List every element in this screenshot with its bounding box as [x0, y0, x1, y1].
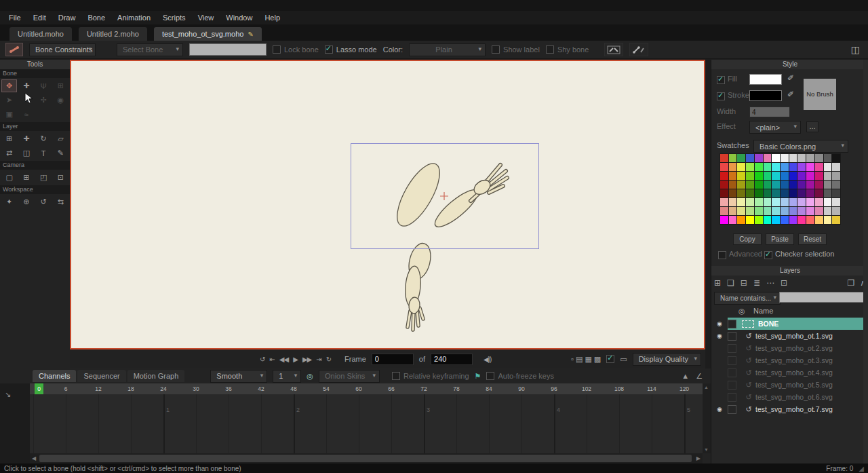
bone-color-swatch[interactable] — [189, 43, 267, 56]
jump-end-icon[interactable]: ⇥ — [316, 356, 321, 363]
swatch-4-5[interactable] — [764, 189, 772, 197]
swatch-6-11[interactable] — [815, 207, 823, 215]
rotate-layer-tool[interactable]: ↻ — [36, 132, 52, 145]
menu-view[interactable]: View — [192, 12, 220, 24]
swatch-6-3[interactable] — [746, 207, 754, 215]
copy-layer-icon[interactable]: ⊡ — [781, 278, 787, 288]
play-icon[interactable]: ▶ — [293, 356, 298, 363]
interpolation-dropdown[interactable]: Smooth — [210, 370, 267, 383]
layer-selector-tool[interactable]: ◫ — [18, 147, 34, 159]
swatch-7-5[interactable] — [764, 216, 772, 224]
lock-bone-checkbox[interactable] — [273, 45, 281, 54]
loop-toggle-icon[interactable]: ↺ — [260, 356, 264, 363]
fill-checkbox[interactable] — [717, 76, 725, 84]
swatch-5-9[interactable] — [797, 198, 806, 206]
swatch-3-2[interactable] — [737, 181, 745, 189]
swatch-3-0[interactable] — [720, 181, 728, 189]
patch-bone-tool[interactable]: ▣ — [1, 108, 17, 121]
swatch-0-13[interactable] — [832, 154, 840, 162]
swatch-2-8[interactable] — [789, 172, 797, 180]
swatch-2-7[interactable] — [781, 172, 789, 180]
quality-full-icon[interactable]: ▩ — [594, 355, 601, 364]
lasso-mode-checkbox[interactable] — [325, 45, 333, 54]
timeline-tab-sequencer[interactable]: Sequencer — [77, 370, 125, 382]
swatch-4-6[interactable] — [772, 189, 780, 197]
bone-color-dropdown[interactable]: Plain — [409, 43, 486, 56]
swatch-1-2[interactable] — [737, 163, 745, 171]
roll-camera-tool[interactable]: ◰ — [36, 171, 52, 184]
transform-bone-tool[interactable]: ✥ — [1, 79, 17, 92]
swatch-4-8[interactable] — [789, 189, 797, 197]
swatch-7-2[interactable] — [737, 216, 745, 224]
swatch-1-4[interactable] — [755, 163, 763, 171]
bind-points-tool[interactable]: ∴ — [18, 94, 34, 107]
swatch-0-0[interactable] — [720, 154, 728, 162]
bone-constraints-dropdown[interactable]: Bone Constraints — [29, 43, 96, 56]
swatch-2-13[interactable] — [832, 172, 840, 180]
swatch-7-8[interactable] — [789, 216, 797, 224]
swatch-7-12[interactable] — [824, 216, 832, 224]
swatch-6-6[interactable] — [772, 207, 780, 215]
swatch-2-9[interactable] — [797, 172, 806, 180]
swatch-6-0[interactable] — [720, 207, 728, 215]
swatch-7-13[interactable] — [832, 216, 840, 224]
swatch-1-5[interactable] — [764, 163, 772, 171]
quality-checkbox[interactable] — [606, 355, 614, 363]
hscroll-thumb[interactable] — [39, 455, 692, 462]
more-layer-options-icon[interactable]: ⋯ — [766, 278, 774, 288]
checker-selection-checkbox[interactable] — [764, 251, 772, 259]
swatch-7-10[interactable] — [806, 216, 814, 224]
swatch-6-12[interactable] — [824, 207, 832, 215]
fill-eyedropper-icon[interactable]: ✐ — [787, 73, 794, 83]
quality-wireframe-icon[interactable]: ▫ — [571, 355, 574, 364]
swatch-4-11[interactable] — [815, 189, 823, 197]
swatch-3-1[interactable] — [729, 181, 737, 189]
swatch-5-10[interactable] — [806, 198, 814, 206]
visibility-icon[interactable]: ◉ — [711, 406, 728, 413]
right-panel-scrollbar[interactable] — [863, 60, 868, 463]
safe-area-icon[interactable]: ▭ — [620, 355, 627, 364]
swatch-2-6[interactable] — [772, 172, 780, 180]
swatch-1-3[interactable] — [746, 163, 754, 171]
track-camera-tool[interactable]: ▢ — [1, 171, 17, 184]
swatch-0-9[interactable] — [797, 154, 806, 162]
swatch-1-8[interactable] — [789, 163, 797, 171]
onion-skin-icon[interactable]: ◎ — [307, 372, 313, 381]
swatch-6-4[interactable] — [755, 207, 763, 215]
swatch-7-0[interactable] — [720, 216, 728, 224]
translate-layer-tool[interactable]: ⊞ — [1, 132, 17, 145]
swatch-5-8[interactable] — [789, 198, 797, 206]
swatch-3-10[interactable] — [806, 181, 814, 189]
swatch-0-10[interactable] — [806, 154, 814, 162]
layer-row-1[interactable]: ◉BONE — [711, 318, 863, 330]
offset-bone-tool[interactable]: ✢ — [36, 94, 52, 107]
add-bone-tool[interactable]: ✚ — [18, 79, 34, 92]
new-group-icon[interactable]: ⊟ — [741, 278, 747, 288]
layer-row-4[interactable]: ↺test_svg_moho_ot.3.svg — [711, 354, 863, 366]
swatch-7-11[interactable] — [815, 216, 823, 224]
advanced-checkbox[interactable] — [718, 251, 726, 259]
doc-tab-2[interactable]: Untitled 2.moho — [79, 27, 147, 41]
menu-draw[interactable]: Draw — [52, 12, 82, 24]
visibility-icon[interactable]: ◉ — [711, 320, 728, 327]
zoom-camera-tool[interactable]: ⊞ — [18, 171, 34, 184]
menu-edit[interactable]: Edit — [27, 12, 52, 24]
bone-strength-tool[interactable]: ◉ — [53, 94, 68, 107]
timeline-scroll-up-icon[interactable]: ▲ — [682, 372, 689, 381]
shy-bone-checkbox[interactable] — [546, 45, 554, 54]
swatch-3-3[interactable] — [746, 181, 754, 189]
swatch-5-0[interactable] — [720, 198, 728, 206]
text-tool[interactable]: T — [36, 147, 52, 159]
swatch-5-12[interactable] — [824, 198, 832, 206]
reset-style-button[interactable]: Reset — [798, 233, 827, 245]
swatch-3-12[interactable] — [824, 181, 832, 189]
mirror-bones-button[interactable] — [629, 43, 648, 56]
draw-tool[interactable]: ✎ — [53, 147, 68, 159]
swatch-6-5[interactable] — [764, 207, 772, 215]
selection-rectangle[interactable] — [351, 143, 539, 249]
swatch-4-3[interactable] — [746, 189, 754, 197]
swatch-4-10[interactable] — [806, 189, 814, 197]
swatch-2-3[interactable] — [746, 172, 754, 180]
swatch-4-4[interactable] — [755, 189, 763, 197]
visibility-icon[interactable]: ◉ — [711, 333, 728, 339]
